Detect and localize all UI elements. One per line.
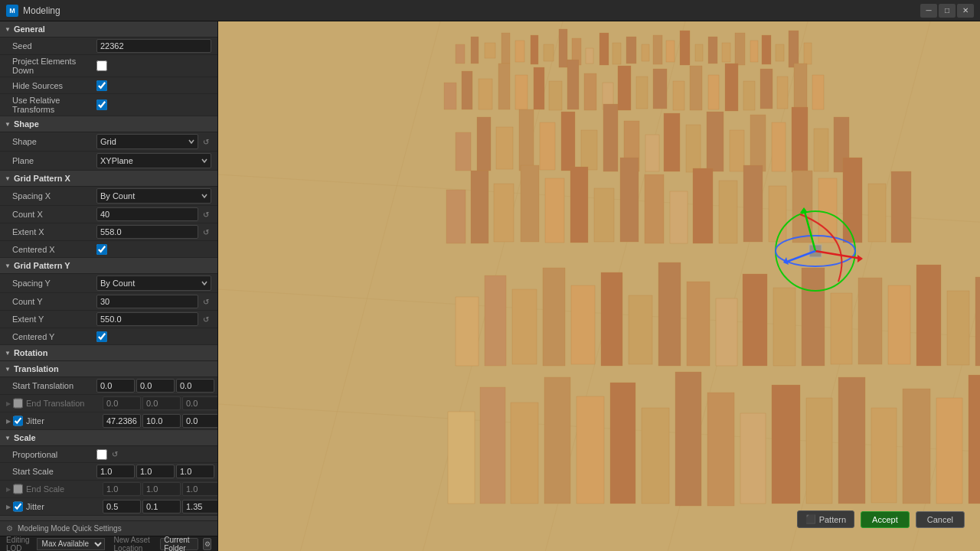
count-y-input[interactable] (96, 295, 198, 308)
end-scale-label: End Scale (26, 484, 103, 494)
panel-content[interactable]: ▼ General Seed Project Elements Down (0, 21, 217, 520)
start-translation-y[interactable] (136, 379, 175, 393)
seed-input[interactable] (96, 39, 211, 53)
section-rotation[interactable]: ▼ Rotation (0, 345, 217, 361)
plane-dropdown[interactable]: XYPlane XZPlane YZPlane (96, 153, 211, 168)
pattern-button[interactable]: ⬛ Pattern (797, 510, 854, 528)
end-translation-y[interactable] (142, 396, 181, 410)
svg-rect-99 (543, 268, 565, 366)
shape-value: Grid Line Circle ↺ (96, 134, 211, 149)
svg-rect-103 (658, 262, 681, 366)
hide-sources-label: Hide Sources (12, 81, 96, 90)
svg-rect-56 (794, 64, 807, 111)
start-translation-x[interactable] (96, 379, 135, 393)
project-elements-down-value (96, 60, 211, 71)
start-translation-z[interactable] (176, 379, 214, 393)
maximize-button[interactable]: □ (939, 4, 956, 18)
svg-rect-28 (708, 37, 717, 64)
minimize-button[interactable]: ─ (920, 4, 937, 18)
spacing-x-value: By Count By Size (96, 188, 211, 204)
shape-dropdown[interactable]: Grid Line Circle (96, 134, 198, 149)
centered-x-value (96, 244, 211, 255)
prop-count-y: Count Y ↺ (0, 293, 217, 311)
svg-rect-134 (903, 389, 930, 504)
svg-rect-107 (773, 288, 795, 366)
start-scale-x[interactable] (96, 465, 135, 478)
end-scale-checkbox[interactable] (13, 484, 23, 494)
end-scale-x[interactable] (103, 482, 141, 496)
count-x-reset[interactable]: ↺ (201, 209, 211, 220)
centered-x-checkbox[interactable] (96, 244, 107, 255)
section-shape[interactable]: ▼ Shape (0, 116, 217, 132)
accept-button[interactable]: Accept (861, 511, 910, 528)
end-translation-x[interactable] (103, 396, 141, 410)
spacing-y-dropdown[interactable]: By Count By Size (96, 276, 211, 291)
prop-start-translation: Start Translation (0, 377, 217, 395)
svg-rect-125 (610, 383, 635, 504)
count-y-reset[interactable]: ↺ (201, 296, 211, 307)
proportional-reset[interactable]: ↺ (109, 449, 120, 460)
end-translation-checkbox[interactable] (13, 398, 23, 409)
extent-y-reset[interactable]: ↺ (201, 314, 211, 324)
end-translation-z[interactable] (182, 396, 217, 410)
lod-select[interactable]: Max Available LOD 0 LOD 1 (37, 538, 105, 550)
jitter-translation-checkbox[interactable] (13, 416, 23, 426)
left-panel: ▼ General Seed Project Elements Down (0, 21, 218, 551)
prop-end-scale: ▶ End Scale (0, 481, 217, 498)
centered-y-checkbox[interactable] (96, 331, 107, 342)
section-grid-pattern-y[interactable]: ▼ Grid Pattern Y (0, 258, 217, 274)
svg-rect-51 (708, 75, 719, 109)
jitter-translation-z[interactable] (182, 414, 217, 428)
section-shape-label: Shape (14, 119, 39, 129)
end-scale-y[interactable] (142, 482, 181, 496)
spacing-x-dropdown[interactable]: By Count By Size (96, 188, 211, 204)
jitter-scale-checkbox[interactable] (13, 501, 23, 512)
svg-rect-102 (629, 295, 652, 364)
jitter-translation-y[interactable] (142, 414, 181, 428)
end-translation-label: End Translation (26, 399, 103, 408)
section-general[interactable]: ▼ General (0, 21, 217, 37)
extent-y-input[interactable] (96, 312, 198, 326)
end-scale-z[interactable] (182, 482, 217, 496)
svg-rect-96 (456, 297, 479, 366)
viewport[interactable]: ⬛ Pattern Accept Cancel (218, 21, 980, 551)
close-button[interactable]: ✕ (957, 4, 974, 18)
use-relative-transforms-checkbox[interactable] (96, 99, 107, 110)
svg-rect-27 (695, 44, 703, 61)
prop-extent-x: Extent X ↺ (0, 223, 217, 241)
svg-rect-50 (690, 66, 702, 110)
svg-rect-22 (626, 37, 636, 64)
count-x-input[interactable] (96, 207, 198, 221)
section-translation[interactable]: ▼ Translation (0, 361, 217, 377)
shape-reset-button[interactable]: ↺ (201, 136, 211, 147)
start-translation-value (96, 379, 214, 393)
quick-settings-bar[interactable]: ⚙ Modeling Mode Quick Settings (0, 520, 217, 536)
cancel-button[interactable]: Cancel (916, 511, 965, 528)
count-y-label: Count Y (12, 297, 96, 306)
svg-rect-97 (485, 276, 506, 366)
svg-rect-92 (818, 178, 837, 243)
project-elements-down-checkbox[interactable] (96, 60, 107, 71)
section-general-label: General (14, 24, 45, 34)
extent-x-reset[interactable]: ↺ (201, 227, 211, 237)
start-scale-z[interactable] (176, 465, 214, 478)
start-scale-y[interactable] (136, 465, 175, 478)
jitter-scale-x[interactable] (103, 500, 141, 514)
folder-settings-button[interactable]: ⚙ (203, 538, 211, 550)
jitter-scale-z[interactable] (182, 500, 217, 514)
svg-rect-113 (947, 291, 969, 365)
jitter-translation-x[interactable] (103, 414, 141, 428)
svg-rect-132 (838, 377, 865, 504)
count-x-value: ↺ (96, 207, 211, 221)
svg-rect-31 (750, 41, 758, 62)
svg-rect-100 (571, 285, 595, 364)
proportional-checkbox[interactable] (96, 449, 107, 460)
prop-hide-sources: Hide Sources (0, 77, 217, 94)
hide-sources-checkbox[interactable] (96, 80, 107, 91)
section-scale[interactable]: ▼ Scale (0, 430, 217, 446)
svg-rect-12 (485, 43, 495, 58)
bottom-bar: Editing LOD Max Available LOD 0 LOD 1 Ne… (0, 536, 217, 551)
jitter-scale-y[interactable] (142, 500, 181, 514)
extent-x-input[interactable] (96, 225, 198, 239)
section-grid-pattern-x[interactable]: ▼ Grid Pattern X (0, 171, 217, 187)
